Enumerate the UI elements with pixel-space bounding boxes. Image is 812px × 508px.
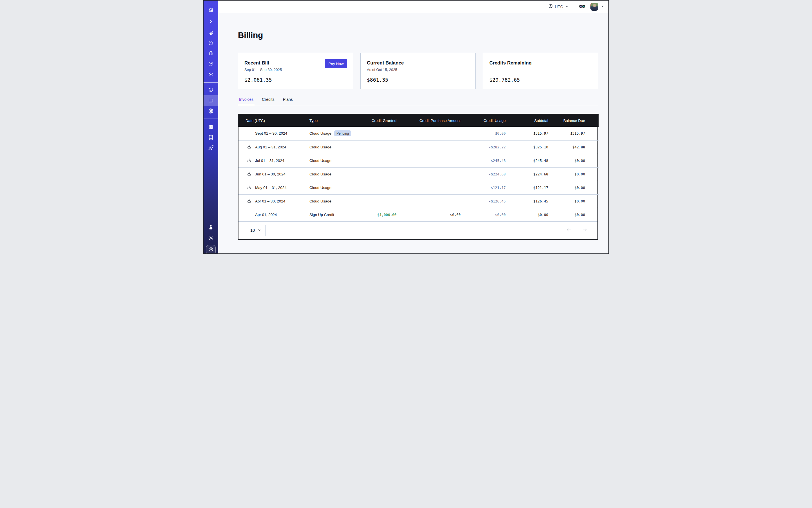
table-row[interactable]: May 01 – 31, 2024 Cloud Usage -$121.17 $…	[239, 181, 599, 194]
card-title: Credits Remaining	[489, 60, 592, 66]
sidebar-item-layers[interactable]	[204, 49, 218, 57]
clock-icon	[548, 4, 553, 9]
subtotal-value: $0.00	[506, 208, 548, 221]
sidebar-item-functions[interactable]	[204, 70, 218, 79]
sidebar-item-history[interactable]	[204, 39, 218, 47]
sidebar	[204, 1, 218, 253]
credit-granted-value	[359, 140, 396, 154]
download-invoice-icon[interactable]	[247, 185, 251, 190]
table-row[interactable]: Apr 01, 2024 Sign Up Credit $1,000.00 $0…	[239, 208, 599, 221]
subtotal-value: $315.97	[506, 127, 548, 140]
chevron-down-icon	[565, 4, 569, 9]
credit-purchase-value	[396, 127, 461, 140]
balance-due-value: $0.00	[548, 167, 599, 181]
credit-usage-value: $0.00	[461, 127, 506, 140]
table-body: Sept 01 – 30, 2024 Cloud Usage Pending $…	[239, 127, 599, 221]
invoice-type: Cloud Usage	[309, 185, 331, 190]
sidebar-item-expand[interactable]	[204, 17, 218, 26]
next-page-button[interactable]	[582, 227, 587, 234]
dollar-badge-icon	[208, 247, 214, 253]
chevron-right-icon	[208, 19, 213, 24]
main-content: Billing Recent Bill Sep 01 – Sep 30, 202…	[218, 13, 608, 253]
download-invoice-icon[interactable]	[247, 199, 251, 203]
cube-icon	[208, 61, 214, 67]
sidebar-divider	[204, 119, 218, 119]
credit-purchase-value	[396, 194, 461, 208]
history-clock-icon	[208, 40, 214, 46]
tab-plans[interactable]: Plans	[282, 97, 294, 105]
table-row[interactable]: Sept 01 – 30, 2024 Cloud Usage Pending $…	[239, 127, 599, 140]
spiral-icon	[208, 30, 214, 36]
sidebar-item-packages[interactable]	[204, 60, 218, 68]
credit-usage-value: -$121.17	[461, 181, 506, 194]
table-row[interactable]: Apr 01 – 30, 2024 Cloud Usage -$126.45 $…	[239, 194, 599, 208]
sidebar-item-billing[interactable]	[204, 95, 218, 106]
sidebar-item-docs[interactable]	[204, 133, 218, 142]
layers-icon	[208, 50, 214, 56]
credit-purchase-value	[396, 140, 461, 154]
arrow-left-icon	[566, 227, 572, 234]
invoices-table: Date (UTC)TypeCredit GrantedCredit Purch…	[238, 114, 598, 240]
download-invoice-icon[interactable]	[247, 172, 251, 176]
tab-invoices[interactable]: Invoices	[238, 97, 255, 105]
invoice-type: Cloud Usage	[309, 159, 331, 163]
balance-due-value: $0.00	[548, 154, 599, 167]
reader-mode-button[interactable]	[579, 3, 585, 10]
credit-purchase-value	[396, 167, 461, 181]
page-size-select[interactable]: 10	[246, 225, 265, 236]
credit-usage-value: -$245.48	[461, 154, 506, 167]
balance-due-value: $315.97	[548, 127, 599, 140]
gauge-icon	[208, 87, 214, 93]
credit-granted-value	[359, 167, 396, 181]
chevron-down-icon	[258, 228, 261, 232]
credits-remaining-amount: $29,782.65	[489, 77, 592, 83]
previous-page-button[interactable]	[566, 227, 572, 234]
invoice-date: Apr 01, 2024	[255, 213, 277, 217]
sidebar-item-logo[interactable]	[204, 6, 218, 14]
credit-granted-value	[359, 181, 396, 194]
sidebar-item-getting-started[interactable]	[204, 143, 218, 152]
account-menu-button[interactable]	[601, 4, 604, 9]
page-size-value: 10	[250, 228, 255, 232]
credit-usage-value: $0.00	[461, 208, 506, 221]
card-subtitle: As of Oct 15, 2025	[367, 68, 470, 72]
invoice-date: Jun 01 – 30, 2024	[255, 172, 286, 176]
user-avatar[interactable]	[590, 3, 598, 11]
sidebar-item-monitor[interactable]	[204, 29, 218, 37]
billing-card-icon	[208, 98, 214, 103]
status-badge: Pending	[334, 130, 351, 136]
sidebar-item-settings[interactable]	[204, 107, 218, 115]
page-title: Billing	[238, 31, 608, 40]
invoice-date: Jul 01 – 31, 2024	[255, 159, 284, 163]
balance-due-value: $0.00	[548, 208, 599, 221]
invoice-type: Cloud Usage	[309, 172, 331, 176]
subtotal-value: $126.45	[506, 194, 548, 208]
credit-granted-value	[359, 127, 396, 140]
sidebar-item-labs[interactable]	[204, 223, 218, 232]
credit-usage-value: -$282.22	[461, 140, 506, 154]
table-row[interactable]: Aug 01 – 31, 2024 Cloud Usage -$282.22 $…	[239, 140, 599, 154]
credit-usage-value: -$126.45	[461, 194, 506, 208]
sidebar-item-usage[interactable]	[204, 86, 218, 94]
table-row[interactable]: Jul 01 – 31, 2024 Cloud Usage -$245.48 $…	[239, 154, 599, 167]
timezone-label: UTC	[555, 4, 563, 9]
sidebar-item-credits[interactable]	[206, 245, 216, 254]
docs-book-icon	[208, 135, 214, 140]
sidebar-item-support[interactable]	[204, 123, 218, 131]
sidebar-item-theme[interactable]	[204, 234, 218, 243]
current-balance-card: Current Balance As of Oct 15, 2025 $861.…	[360, 53, 476, 89]
subtotal-value: $245.48	[506, 154, 548, 167]
invoice-date: Aug 01 – 31, 2024	[255, 145, 286, 149]
pay-now-button[interactable]: Pay Now	[325, 59, 347, 68]
helm-wheel-icon	[208, 124, 214, 130]
current-balance-amount: $861.35	[367, 77, 470, 83]
table-row[interactable]: Jun 01 – 30, 2024 Cloud Usage -$224.68 $…	[239, 167, 599, 181]
recent-bill-amount: $2,061.35	[244, 77, 347, 83]
download-invoice-icon[interactable]	[247, 145, 251, 149]
timezone-selector[interactable]: UTC	[548, 4, 569, 9]
credit-granted-value	[359, 154, 396, 167]
download-invoice-icon[interactable]	[247, 158, 251, 163]
tab-credits[interactable]: Credits	[261, 97, 275, 105]
invoice-type: Cloud Usage	[309, 199, 331, 203]
credit-usage-value: -$224.68	[461, 167, 506, 181]
